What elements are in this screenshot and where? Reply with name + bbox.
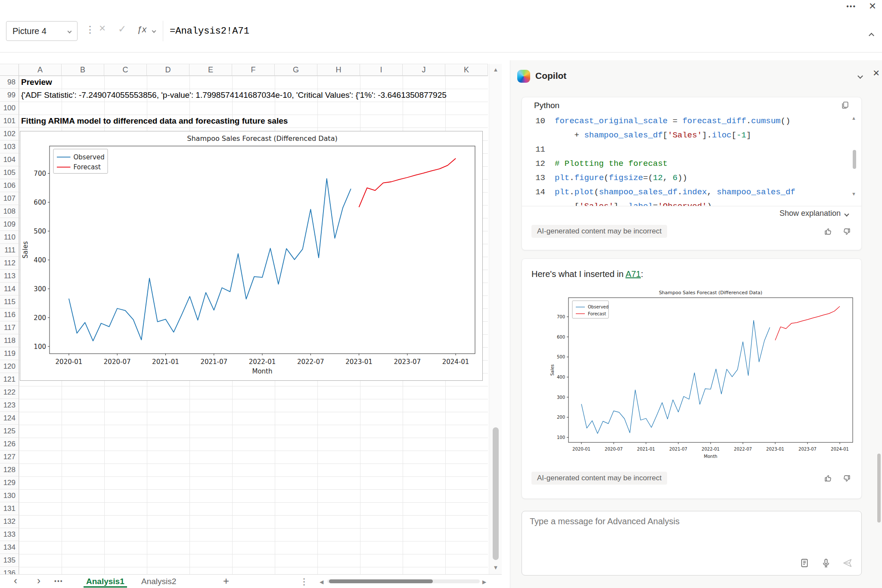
row-header-110[interactable]: 110	[0, 231, 19, 244]
embedded-chart-picture[interactable]: 1002003004005006007002020-012020-072021-…	[20, 131, 483, 381]
row-header-118[interactable]: 118	[0, 334, 19, 347]
column-header-I[interactable]: I	[360, 64, 403, 75]
row-header-103[interactable]: 103	[0, 140, 19, 153]
name-box[interactable]: Picture 4	[6, 21, 78, 41]
copilot-close-icon[interactable]: ×	[873, 66, 879, 80]
formula-input[interactable]	[170, 22, 850, 40]
column-header-K[interactable]: K	[445, 64, 488, 75]
hscroll-right-arrow[interactable]: ▶	[482, 579, 486, 585]
thumbs-up-icon[interactable]	[822, 225, 835, 238]
next-sheet-button[interactable]: ›	[37, 575, 40, 587]
window-close-button[interactable]: ×	[869, 0, 876, 13]
row-header-100[interactable]: 100	[0, 102, 19, 115]
scroll-up-arrow[interactable]: ▲	[489, 66, 502, 73]
row-header-132[interactable]: 132	[0, 515, 19, 528]
cell-reference-link[interactable]: A71	[625, 269, 641, 279]
row-header-102[interactable]: 102	[0, 128, 19, 140]
row-header-116[interactable]: 116	[0, 308, 19, 321]
column-header-A[interactable]: A	[19, 64, 62, 75]
row-header-136[interactable]: 136	[0, 567, 19, 574]
row-header-134[interactable]: 134	[0, 541, 19, 554]
row-header-128[interactable]: 128	[0, 464, 19, 476]
code-scroll-up-arrow[interactable]: ▲	[851, 115, 856, 121]
column-header-G[interactable]: G	[275, 64, 317, 75]
vertical-scrollbar[interactable]: ▲ ▼	[489, 64, 502, 574]
prev-sheet-button[interactable]: ‹	[14, 575, 17, 587]
select-all-corner[interactable]	[0, 64, 19, 75]
row-header-131[interactable]: 131	[0, 502, 19, 515]
insert-function-icon[interactable]: ƒx	[137, 24, 146, 34]
column-header-H[interactable]: H	[317, 64, 360, 75]
row-header-117[interactable]: 117	[0, 321, 19, 334]
send-icon[interactable]	[842, 557, 854, 569]
formula-bar-options-icon[interactable]: ⋮	[85, 24, 95, 35]
row-header-124[interactable]: 124	[0, 412, 19, 425]
cell-A99[interactable]: {'ADF Statistic': -7.249074055553856, 'p…	[21, 89, 487, 102]
row-header-119[interactable]: 119	[0, 347, 19, 360]
column-header-C[interactable]: C	[104, 64, 147, 75]
row-header-99[interactable]: 99	[0, 89, 19, 102]
horizontal-scrollbar[interactable]	[327, 579, 480, 583]
row-header-111[interactable]: 111	[0, 244, 19, 257]
row-header-130[interactable]: 130	[0, 489, 19, 502]
hscroll-left-arrow[interactable]: ◀	[320, 579, 323, 585]
row-header-113[interactable]: 113	[0, 270, 19, 283]
column-header-D[interactable]: D	[147, 64, 189, 75]
row-header-114[interactable]: 114	[0, 283, 19, 296]
sheet-tab-analysis2[interactable]: Analysis2	[135, 575, 182, 588]
thumbs-down-icon[interactable]	[840, 225, 853, 238]
row-header-126[interactable]: 126	[0, 438, 19, 451]
row-header-104[interactable]: 104	[0, 153, 19, 166]
code-block[interactable]: 10forecast_original_scale = forecast_dif…	[522, 112, 849, 206]
all-sheets-button[interactable]: •••	[54, 578, 63, 585]
vscroll-thumb[interactable]	[493, 427, 499, 560]
add-sheet-button[interactable]: +	[223, 575, 229, 587]
row-header-122[interactable]: 122	[0, 386, 19, 399]
row-header-109[interactable]: 109	[0, 218, 19, 231]
function-chevron-down-icon[interactable]	[152, 29, 156, 33]
confirm-icon[interactable]: ✓	[118, 23, 126, 35]
column-header-J[interactable]: J	[403, 64, 445, 75]
column-header-B[interactable]: B	[62, 64, 104, 75]
row-header-135[interactable]: 135	[0, 554, 19, 567]
row-header-129[interactable]: 129	[0, 476, 19, 489]
row-header-127[interactable]: 127	[0, 451, 19, 464]
row-header-106[interactable]: 106	[0, 179, 19, 192]
cancel-icon[interactable]: ×	[99, 22, 106, 35]
row-header-125[interactable]: 125	[0, 425, 19, 438]
show-explanation-button[interactable]: Show explanation	[780, 209, 848, 218]
row-header-107[interactable]: 107	[0, 192, 19, 205]
scroll-down-arrow[interactable]: ▼	[489, 564, 502, 571]
window-more-button[interactable]: •••	[846, 3, 856, 10]
copilot-collapse-icon[interactable]	[857, 73, 863, 79]
microphone-icon[interactable]	[820, 557, 832, 569]
row-header-108[interactable]: 108	[0, 205, 19, 218]
row-header-101[interactable]: 101	[0, 115, 19, 128]
sheet-options-button[interactable]: ⋮	[300, 576, 308, 587]
column-header-F[interactable]: F	[232, 64, 275, 75]
code-scroll-down-arrow[interactable]: ▼	[851, 191, 856, 196]
message-input[interactable]	[530, 516, 831, 551]
cell-A101[interactable]: Fitting ARIMA model to differenced data …	[21, 115, 487, 128]
code-scrollbar-thumb[interactable]	[853, 150, 856, 169]
row-header-133[interactable]: 133	[0, 528, 19, 541]
sheet-tab-analysis1[interactable]: Analysis1	[80, 575, 130, 588]
copilot-scrollbar-thumb[interactable]	[877, 454, 881, 523]
row-header-98[interactable]: 98	[0, 76, 19, 89]
cell-A98[interactable]: Preview	[21, 76, 487, 89]
ai-disclaimer-badge: AI-generated content may be incorrect	[531, 472, 667, 485]
collapse-formula-bar-icon[interactable]	[869, 33, 874, 38]
copy-code-icon[interactable]	[840, 100, 850, 110]
prompt-library-icon[interactable]	[798, 557, 811, 569]
row-header-121[interactable]: 121	[0, 373, 19, 386]
row-header-123[interactable]: 123	[0, 399, 19, 412]
thumbs-down-icon[interactable]	[840, 472, 853, 485]
thumbs-up-icon[interactable]	[822, 472, 835, 485]
column-header-E[interactable]: E	[189, 64, 232, 75]
row-header-112[interactable]: 112	[0, 257, 19, 270]
row-header-105[interactable]: 105	[0, 166, 19, 179]
grid-cells[interactable]: Preview{'ADF Statistic': -7.249074055553…	[19, 76, 488, 574]
hscroll-thumb[interactable]	[329, 579, 433, 583]
row-header-115[interactable]: 115	[0, 296, 19, 308]
row-header-120[interactable]: 120	[0, 360, 19, 373]
